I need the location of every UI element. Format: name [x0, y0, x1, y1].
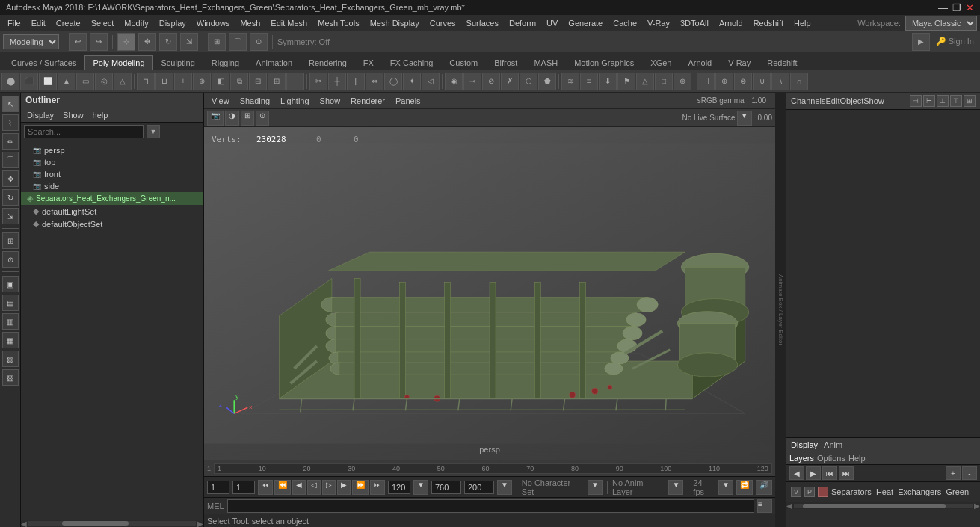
- vp-shading-btn[interactable]: ◑: [225, 111, 239, 126]
- layer-playback-btn[interactable]: P: [804, 487, 815, 497]
- tab-bifrost[interactable]: Bifrost: [486, 55, 526, 70]
- step-fwd-btn[interactable]: ▶: [337, 480, 351, 495]
- offset-edge-loop[interactable]: ∥: [347, 73, 365, 90]
- layers-prev-btn[interactable]: ◀: [789, 466, 804, 480]
- vp-menu-lighting[interactable]: Lighting: [276, 95, 314, 107]
- move-tool-btn[interactable]: ✥: [2, 170, 19, 187]
- layer-visibility-btn[interactable]: V: [791, 487, 801, 497]
- fill-hole[interactable]: ⊕: [193, 73, 211, 90]
- scale-tool-btn[interactable]: ⇲: [2, 208, 19, 224]
- triangulate[interactable]: △: [636, 73, 654, 90]
- extrude-tool[interactable]: ⊓: [137, 73, 155, 90]
- menu-uv[interactable]: UV: [542, 17, 562, 29]
- layers-scroll-track[interactable]: [794, 504, 973, 508]
- layers-add-btn[interactable]: +: [946, 466, 961, 480]
- vp-xray-btn[interactable]: ⊙: [256, 111, 269, 126]
- outliner-item-side[interactable]: 📷 side: [21, 180, 203, 192]
- vp-menu-shading[interactable]: Shading: [235, 95, 274, 107]
- outliner-menu-display[interactable]: Display: [24, 110, 57, 120]
- fps-btn[interactable]: ▼: [718, 480, 733, 495]
- menu-file[interactable]: File: [3, 17, 25, 29]
- vp-live-btn[interactable]: ▼: [737, 111, 752, 126]
- bevel-vert[interactable]: ⬡: [520, 73, 537, 90]
- vp-wireframe-btn[interactable]: ⊞: [241, 111, 254, 126]
- outliner-h-scrollbar[interactable]: ◀ ▶: [21, 520, 203, 527]
- move-tool[interactable]: ✥: [138, 33, 156, 51]
- poly-prism[interactable]: △: [114, 73, 132, 90]
- icon-e[interactable]: ⊞: [964, 95, 976, 107]
- paint-tool-btn[interactable]: ✏: [2, 133, 19, 150]
- quadrangulate[interactable]: □: [655, 73, 673, 90]
- menu-arnold[interactable]: Arnold: [715, 17, 748, 29]
- menu-display[interactable]: Display: [155, 17, 191, 29]
- scroll-left-btn[interactable]: ◀: [21, 520, 27, 528]
- tool-f[interactable]: ▨: [2, 369, 19, 386]
- layer-color-swatch[interactable]: [818, 487, 828, 497]
- layers-h-scrollbar[interactable]: ◀ ▶: [786, 502, 980, 509]
- show-btn[interactable]: Show: [863, 96, 884, 105]
- icon-c[interactable]: ⊥: [937, 95, 949, 107]
- signin-btn[interactable]: 🔑 Sign In: [936, 37, 974, 46]
- prev-key-btn[interactable]: ⏪: [274, 480, 291, 495]
- layers-del-btn[interactable]: -: [962, 466, 977, 480]
- boolean-union[interactable]: ∪: [753, 73, 771, 90]
- menu-cache[interactable]: Cache: [608, 17, 641, 29]
- menu-windows[interactable]: Windows: [192, 17, 235, 29]
- boolean-inter[interactable]: ∩: [790, 73, 808, 90]
- outliner-item-persp[interactable]: 📷 persp: [21, 144, 203, 156]
- tool-d[interactable]: ▦: [2, 332, 19, 348]
- vp-menu-show[interactable]: Show: [315, 95, 345, 107]
- menu-curves[interactable]: Curves: [425, 17, 460, 29]
- range-toggle[interactable]: ▼: [497, 480, 512, 495]
- merge-vert[interactable]: ◉: [445, 73, 463, 90]
- mel-submit-btn[interactable]: ≡: [757, 499, 772, 513]
- combine[interactable]: ⊕: [715, 73, 733, 90]
- render-btn[interactable]: ▶: [912, 33, 930, 51]
- chamfer-vert[interactable]: ⬟: [538, 73, 556, 90]
- snap-curve[interactable]: ⌒: [229, 33, 247, 51]
- scroll-right-btn[interactable]: ▶: [197, 520, 203, 528]
- menu-redshift[interactable]: Redshift: [749, 17, 788, 29]
- separate[interactable]: ⊗: [734, 73, 752, 90]
- go-end-btn[interactable]: ⏭: [370, 480, 385, 495]
- menu-deform[interactable]: Deform: [505, 17, 540, 29]
- poly-torus[interactable]: ◎: [95, 73, 113, 90]
- layers-anim-tab[interactable]: Anim: [824, 440, 842, 449]
- poke-face[interactable]: ✦: [403, 73, 421, 90]
- outliner-filter-btn[interactable]: ▼: [147, 125, 160, 138]
- frame-end-range[interactable]: [388, 481, 410, 494]
- tab-vray[interactable]: V-Ray: [720, 55, 759, 70]
- layers-scroll-left[interactable]: ◀: [786, 502, 792, 510]
- layers-tab-label[interactable]: Layers: [789, 454, 814, 463]
- scale-tool[interactable]: ⇲: [180, 33, 198, 51]
- split-poly[interactable]: ✂: [309, 73, 327, 90]
- menu-help[interactable]: Help: [789, 17, 816, 29]
- circularize[interactable]: ◯: [384, 73, 402, 90]
- insert-edge-loop[interactable]: ┼: [328, 73, 346, 90]
- menu-vray[interactable]: V-Ray: [643, 17, 674, 29]
- slide-edge[interactable]: ⇔: [366, 73, 383, 90]
- reduce[interactable]: ⬇: [599, 73, 617, 90]
- anim-layer-btn[interactable]: ▼: [668, 480, 683, 495]
- frame-start-input[interactable]: [207, 481, 229, 494]
- menu-edit-mesh[interactable]: Edit Mesh: [266, 17, 312, 29]
- soft-select-btn[interactable]: ⊙: [2, 251, 19, 268]
- vp-menu-renderer[interactable]: Renderer: [346, 95, 389, 107]
- redo-btn[interactable]: ↪: [90, 33, 108, 51]
- window-controls[interactable]: — ❐ ✕: [938, 2, 974, 13]
- menu-edit[interactable]: Edit: [27, 17, 50, 29]
- subdiv-proxy[interactable]: ≡: [580, 73, 598, 90]
- smooth-mesh[interactable]: ≋: [561, 73, 579, 90]
- tab-arnold[interactable]: Arnold: [679, 55, 720, 70]
- outliner-item-top[interactable]: 📷 top: [21, 156, 203, 168]
- maximize-btn[interactable]: ❐: [952, 2, 961, 13]
- object-btn[interactable]: Object: [839, 96, 863, 105]
- tab-sculpting[interactable]: Sculpting: [153, 55, 203, 70]
- layers-options-tab[interactable]: Options: [817, 454, 845, 463]
- tab-fx[interactable]: FX: [355, 55, 382, 70]
- vp-camera-btn[interactable]: 📷: [207, 111, 224, 126]
- end-range-toggle[interactable]: ▼: [413, 480, 428, 495]
- cleanup[interactable]: ⚑: [617, 73, 635, 90]
- range-end-input[interactable]: [464, 481, 494, 494]
- minimize-btn[interactable]: —: [938, 2, 948, 13]
